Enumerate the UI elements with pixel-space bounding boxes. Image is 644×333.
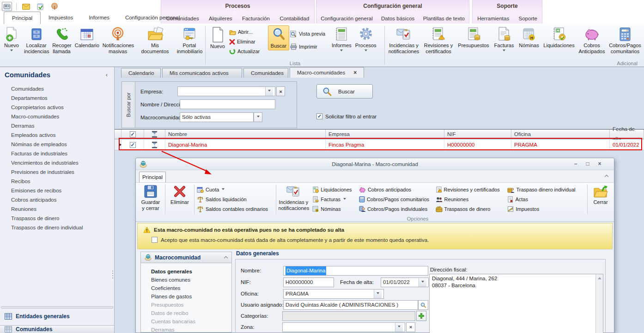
vista-previa-button[interactable]: Vista previa (290, 30, 329, 37)
traspaso-dinero-individual-button[interactable]: Traspaso dinero individual (507, 186, 585, 193)
sidebar-item-departamentos[interactable]: Departamentos (11, 93, 114, 103)
tab-soporte[interactable]: Soporte (519, 16, 537, 21)
informes-button[interactable]: Informes (330, 25, 353, 54)
dialog-title-bar[interactable]: Diagonal-Marina - Macro-comunidad – □ × (136, 158, 614, 170)
eliminar-dialog-button[interactable]: Eliminar (166, 183, 194, 216)
column-header-nombre[interactable]: Nombre (165, 130, 326, 139)
usuario-lookup-button[interactable] (418, 300, 428, 310)
usuario-asignado-input[interactable]: David Quintas Alcalde ( ADMINISTRACIONES… (283, 300, 418, 310)
tab-datos-basicos[interactable]: Datos básicos (381, 16, 414, 21)
tab-plantillas-texto[interactable]: Plantillas de texto (423, 16, 465, 21)
row-checkbox-cell[interactable]: ✓ (122, 140, 144, 150)
sidebar-item-comunidades[interactable]: Comunidades (11, 84, 114, 93)
tab-facturacion[interactable]: Facturación (242, 16, 270, 21)
status-column-header[interactable] (144, 130, 165, 139)
macrocomunidades-select[interactable]: Sólo activas (180, 112, 254, 122)
actualizar-button[interactable]: Actualizar (229, 48, 267, 55)
tab-informes[interactable]: Informes (81, 12, 117, 24)
cobros-pagos-comunitarios-small-button[interactable]: Cobros/Pagos comunitarios (359, 196, 432, 203)
nuevo-button[interactable]: Nuevo (1, 25, 22, 54)
nav-header[interactable]: Macrocomunidad (141, 252, 231, 263)
chevron-down-icon[interactable] (265, 87, 273, 96)
minimize-button[interactable]: – (572, 160, 579, 167)
broadcast-quick-button[interactable] (49, 2, 60, 11)
select-all-checkbox-cell[interactable]: ✓ (122, 130, 144, 139)
nuevo-lista-button[interactable]: Nuevo (207, 25, 228, 50)
column-header-nif[interactable]: NIF (444, 130, 511, 139)
presupuestos-button[interactable]: Presupuestos (456, 25, 492, 49)
zona-select[interactable] (282, 322, 405, 332)
close-button[interactable]: × (596, 160, 603, 167)
sidebar-item-facturas-industriales[interactable]: Facturas de industriales (11, 149, 114, 158)
nav-item-datos-recibo[interactable]: Datos de recibo (151, 309, 231, 317)
column-header-oficina[interactable]: Oficina (511, 130, 610, 139)
column-header-empresa[interactable]: Empresa (326, 130, 444, 139)
facturas-button[interactable]: Facturas (492, 25, 516, 54)
doc-tab-macro-comunidades[interactable]: Macro-comunidades × (290, 67, 364, 78)
add-categoria-button[interactable] (416, 311, 426, 321)
tab-contabilidad[interactable]: Contabilidad (279, 16, 309, 21)
tab-impuestos[interactable]: Impuestos (41, 12, 81, 24)
nav-item-planes-gastos[interactable]: Planes de gastos (151, 292, 231, 301)
incidencias-notificaciones-button[interactable]: Incidencias y notificaciones (386, 25, 421, 56)
sidebar-item-emisiones[interactable]: Emisiones de recibos (11, 186, 114, 195)
abrir-button[interactable]: Abrir... (229, 28, 267, 36)
tab-alquileres[interactable]: Alquileres (209, 16, 232, 21)
nav-item-cuentas-bancarias[interactable]: Cuentas bancarias (151, 317, 231, 326)
dialog-tab-principal[interactable]: Principal (139, 172, 166, 182)
doc-tab-calendario[interactable]: Calendario (121, 68, 161, 78)
sidebar-group-comunidades[interactable]: Comunidades (0, 325, 114, 333)
eliminar-button[interactable]: Eliminar (229, 38, 267, 45)
table-row[interactable]: ✓ Diagonal-Marina Fincas Pragma H0000000… (115, 140, 644, 150)
cobros-pagos-comunitarios-button[interactable]: 0 Cobros/Pagos comunitarios (607, 25, 643, 56)
tasks-quick-button[interactable] (35, 2, 45, 11)
sidebar-splitter[interactable] (1, 306, 113, 308)
sidebar-item-recibos[interactable]: Recibos (11, 177, 114, 186)
sidebar-item-vencimientos[interactable]: Vencimientos de industriales (11, 158, 114, 167)
impuestos-button[interactable]: Impuestos (507, 205, 585, 213)
cobros-anticipados-button[interactable]: Cobros Anticipados (577, 25, 607, 56)
empresa-combo[interactable] (177, 86, 275, 96)
filter-vertical-tab[interactable]: Buscar por (122, 82, 135, 128)
buscar-action-button[interactable]: Buscar (316, 84, 373, 99)
tab-configuracion-personal[interactable]: Configuración personal (117, 12, 188, 24)
actas-button[interactable]: Actas (507, 196, 585, 203)
imprimir-button[interactable]: Imprimir (290, 43, 329, 50)
sidebar-item-reuniones[interactable]: Reuniones (11, 204, 114, 214)
cobros-pagos-individuales-small-button[interactable]: Cobros/Pagos individuales (359, 205, 432, 213)
splitter-handle[interactable] (112, 271, 114, 283)
nominas-small-button[interactable]: H Nóminas (312, 205, 355, 213)
nav-item-coeficientes[interactable]: Coeficientes (151, 284, 231, 292)
sidebar-collapse-button[interactable]: ‹ (106, 71, 108, 78)
sidebar-item-cobros-anticipados[interactable]: Cobros anticipados (11, 195, 114, 204)
nif-input[interactable]: H00000000 (283, 278, 334, 287)
sidebar-item-previsiones[interactable]: Previsiones de industriales (11, 167, 114, 177)
clear-empresa-button[interactable]: × (276, 86, 285, 96)
cuota-button[interactable]: Cuota (197, 186, 273, 193)
sidebar-item-derramas[interactable]: Derramas (11, 121, 114, 130)
revisiones-certificados-small-button[interactable]: Revisiones y certificados (436, 186, 504, 193)
reuniones-small-button[interactable]: Reuniones (436, 196, 504, 203)
sidebar-item-macro-comunidades[interactable]: Macro-comunidades (11, 112, 114, 121)
collapse-panel-icon[interactable] (224, 256, 228, 259)
facturas-small-button[interactable]: Facturas (312, 196, 355, 203)
close-tab-icon[interactable]: × (353, 68, 357, 78)
sidebar-item-nominas[interactable]: Nóminas de empleados (11, 140, 114, 149)
sidebar-item-entidades-generales[interactable]: Entidades generales (0, 310, 114, 323)
saldos-contables-button[interactable]: Saldos contables ordinarios (197, 205, 273, 213)
fecha-alta-datepicker[interactable]: 01/01/2022 (381, 278, 429, 287)
recoger-llamada-button[interactable]: Recoger llamada (50, 25, 73, 56)
scrollbar[interactable] (595, 274, 603, 333)
mail-quick-button[interactable] (21, 2, 31, 11)
sidebar-item-traspasos-individual[interactable]: Traspasos de dinero individual (11, 223, 114, 232)
portal-inmobiliario-button[interactable]: Portal inmobiliario (175, 25, 204, 56)
saldos-liquidacion-button[interactable]: Saldos liquidación (197, 196, 273, 203)
oficina-select[interactable]: PRAGMA (283, 289, 384, 299)
revisiones-certificados-button[interactable]: Revisiones y certificados (421, 25, 456, 56)
phone-quick-button[interactable] (2, 2, 12, 11)
tab-principal[interactable]: Principal (4, 12, 41, 24)
doc-tab-comunidades[interactable]: Comunidades (243, 68, 288, 78)
calendario-button[interactable]: Calendario (73, 25, 101, 49)
clear-zona-button[interactable]: × (406, 322, 415, 332)
liquidaciones-small-button[interactable]: H Liquidaciones (312, 186, 355, 193)
